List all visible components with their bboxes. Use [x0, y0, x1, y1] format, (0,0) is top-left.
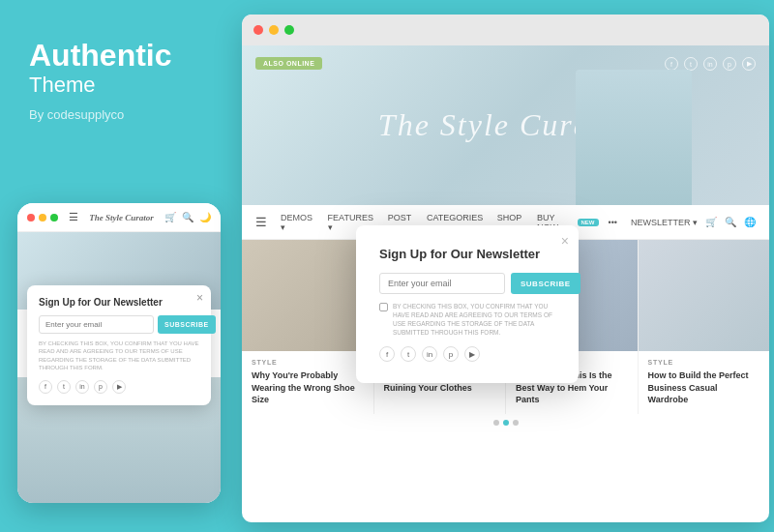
browser-dot-green[interactable] — [284, 25, 294, 35]
desktop-subscribe-button[interactable]: SUBSCRIBE — [511, 273, 580, 294]
desktop-modal-close-button[interactable]: × — [561, 233, 569, 249]
mobile-site-logo: The Style Curator — [89, 213, 154, 222]
browser-dot-red[interactable] — [253, 25, 263, 35]
hero-person-image — [576, 70, 692, 205]
buy-now-badge: NEW — [578, 219, 599, 226]
mobile-facebook-icon[interactable]: f — [39, 380, 52, 394]
mobile-email-input[interactable] — [39, 315, 154, 334]
post-card-4-image — [639, 240, 770, 351]
post-card-1-image — [242, 240, 373, 351]
mobile-pinterest-icon[interactable]: p — [94, 380, 107, 394]
desktop-modal-title: Sign Up for Our Newsletter — [379, 247, 555, 261]
theme-by: By codesupplyco — [29, 107, 203, 122]
post-card-1-category: STYLE — [252, 359, 364, 366]
hero-facebook-icon[interactable]: f — [665, 57, 678, 71]
nav-item-demos[interactable]: DEMOS ▾ — [281, 213, 318, 232]
nav-search-icon[interactable]: 🔍 — [725, 217, 736, 227]
hero-pinterest-icon[interactable]: p — [723, 57, 736, 71]
nav-right-controls: NEWSLETTER ▾ 🛒 🔍 🌐 — [631, 217, 756, 227]
mobile-moon-icon[interactable]: 🌙 — [199, 212, 211, 222]
post-card-4-category: STYLE — [648, 359, 760, 366]
post-card-1: STYLE Why You're Probably Wearing the Wr… — [242, 240, 374, 414]
hero-instagram-icon[interactable]: in — [703, 57, 717, 71]
mobile-modal-title: Sign Up for Our Newsletter — [39, 297, 199, 308]
theme-title: Authentic — [29, 39, 203, 73]
post-card-4-title[interactable]: How to Build the Perfect Business Casual… — [648, 369, 760, 406]
hero-also-online-button[interactable]: ALSO ONLINE — [255, 57, 322, 70]
slider-dots — [242, 414, 769, 431]
mobile-youtube-icon[interactable]: ▶ — [112, 380, 126, 394]
post-card-1-info: STYLE Why You're Probably Wearing the Wr… — [242, 351, 373, 414]
desktop-modal-box: × Sign Up for Our Newsletter SUBSCRIBE B… — [356, 225, 579, 383]
mobile-mockup: ☰ The Style Curator 🛒 🔍 🌙 × Sign Up for … — [17, 203, 221, 503]
nav-cart-icon[interactable]: 🛒 — [705, 217, 717, 227]
desktop-youtube-icon[interactable]: ▶ — [464, 346, 480, 362]
hero-youtube-icon[interactable]: ▶ — [742, 57, 756, 71]
desktop-checkbox-area: BY CHECKING THIS BOX, YOU CONFIRM THAT Y… — [379, 302, 555, 337]
mobile-dot-yellow — [39, 214, 46, 222]
mobile-modal-checkbox-text: BY CHECKING THIS BOX, YOU CONFIRM THAT Y… — [39, 340, 199, 372]
desktop-pinterest-icon[interactable]: p — [443, 346, 459, 362]
nav-hamburger-icon[interactable]: ☰ — [255, 215, 267, 229]
slider-dot-2[interactable] — [503, 420, 509, 426]
mobile-newsletter-modal: × Sign Up for Our Newsletter SUBSCRIBE B… — [27, 285, 211, 405]
desktop-consent-checkbox[interactable] — [379, 303, 388, 311]
desktop-modal-social-icons: f t in p ▶ — [379, 346, 555, 362]
desktop-instagram-icon[interactable]: in — [422, 346, 437, 362]
mobile-action-icons: 🛒 🔍 🌙 — [164, 212, 211, 222]
mobile-dot-red — [27, 214, 35, 222]
nav-newsletter-button[interactable]: NEWSLETTER ▾ — [631, 218, 698, 227]
mobile-instagram-icon[interactable]: in — [75, 380, 89, 394]
mobile-modal-close-button[interactable]: × — [196, 291, 203, 305]
slider-dot-1[interactable] — [493, 420, 499, 426]
desktop-facebook-icon[interactable]: f — [379, 346, 395, 362]
hero-twitter-icon[interactable]: t — [684, 57, 698, 71]
theme-subtitle: Theme — [29, 73, 203, 98]
mobile-cart-icon[interactable]: 🛒 — [164, 212, 176, 222]
post-card-1-title[interactable]: Why You're Probably Wearing the Wrong Sh… — [252, 369, 364, 406]
browser-dot-yellow[interactable] — [269, 25, 279, 35]
desktop-twitter-icon[interactable]: t — [401, 346, 416, 362]
post-card-4-info: STYLE How to Build the Perfect Business … — [639, 351, 770, 414]
mobile-dots — [27, 214, 58, 222]
mobile-modal-social-icons: f t in p ▶ — [39, 380, 199, 394]
desktop-newsletter-modal: × Sign Up for Our Newsletter SUBSCRIBE B… — [356, 225, 579, 383]
post-card-4: STYLE How to Build the Perfect Business … — [639, 240, 770, 414]
site-hero: ALSO ONLINE The Style Curator f t in p ▶ — [242, 45, 769, 205]
mobile-dot-green — [50, 214, 58, 222]
mobile-search-icon[interactable]: 🔍 — [182, 212, 194, 222]
slider-dot-3[interactable] — [513, 420, 519, 426]
desktop-email-input[interactable] — [379, 273, 505, 294]
mobile-hamburger-icon[interactable]: ☰ — [69, 211, 78, 223]
nav-item-more[interactable]: ••• — [609, 213, 617, 232]
mobile-nav-bar: ☰ The Style Curator 🛒 🔍 🌙 — [17, 203, 221, 232]
desktop-checkbox-label: BY CHECKING THIS BOX, YOU CONFIRM THAT Y… — [393, 302, 555, 337]
mobile-twitter-icon[interactable]: t — [57, 380, 71, 394]
nav-language-icon[interactable]: 🌐 — [744, 217, 756, 227]
mobile-subscribe-button[interactable]: SUBSCRIBE — [158, 315, 216, 334]
browser-chrome-bar — [242, 15, 769, 45]
desktop-modal-input-row: SUBSCRIBE — [379, 273, 555, 294]
mobile-modal-input-row: SUBSCRIBE — [39, 315, 199, 334]
hero-social-icons: f t in p ▶ — [665, 57, 756, 71]
